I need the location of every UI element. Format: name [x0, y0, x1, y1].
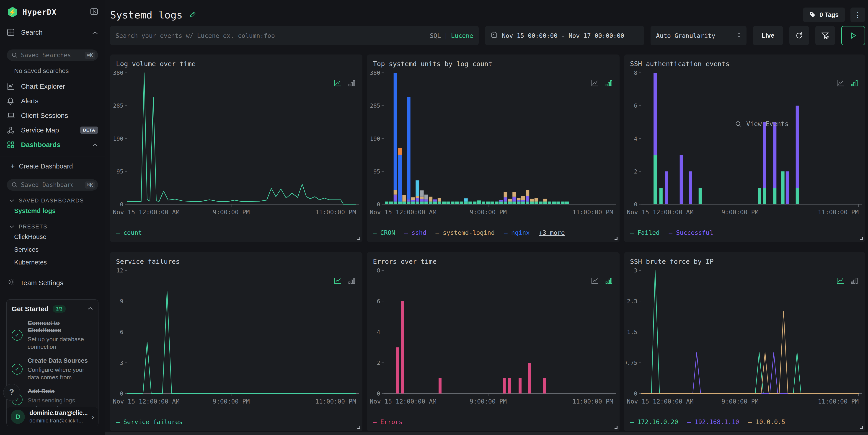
date-range-value: Nov 15 00:00:00 - Nov 17 00:00:00: [502, 32, 624, 39]
sql-toggle[interactable]: SQL: [430, 32, 441, 39]
presets-section[interactable]: PRESETS: [0, 223, 105, 230]
calendar-icon: [491, 31, 497, 40]
create-dashboard-button[interactable]: + Create Dashboard: [0, 159, 105, 174]
bar-chart-icon[interactable]: [850, 277, 858, 285]
sidebar-item-label: Alerts: [21, 97, 38, 105]
svg-text:Nov 15 12:00:00 AM: Nov 15 12:00:00 AM: [627, 398, 693, 405]
collapse-sidebar-icon[interactable]: [90, 8, 98, 16]
legend-item[interactable]: —Service failures: [116, 418, 183, 426]
legend-item[interactable]: —10.0.0.5: [748, 418, 785, 426]
sidebar-item-search[interactable]: Search: [0, 25, 105, 40]
chevron-up-icon[interactable]: [87, 307, 93, 311]
horizontal-scrollbar[interactable]: [105, 432, 868, 435]
chart-canvas[interactable]: 380285190950Nov 15 12:00:00 AM9:00:00 PM…: [113, 69, 360, 218]
svg-text:12: 12: [117, 267, 123, 274]
bar-chart-icon[interactable]: [605, 79, 613, 88]
view-events-button[interactable]: View Events: [735, 120, 788, 128]
search-icon: [11, 182, 18, 189]
legend-item[interactable]: —CRON: [373, 229, 395, 236]
legend-item[interactable]: —Failed: [630, 229, 660, 236]
sidebar-item-alerts[interactable]: Alerts: [0, 94, 105, 108]
saved-dashboards-section[interactable]: SAVED DASHBOARDS: [0, 197, 105, 204]
chevron-up-icon[interactable]: [92, 29, 98, 36]
svg-text:9:00:00 PM: 9:00:00 PM: [470, 209, 507, 216]
resize-handle[interactable]: [615, 426, 618, 429]
saved-dashboards-search[interactable]: ⌘K: [7, 179, 98, 191]
legend-item[interactable]: —Successful: [669, 229, 713, 236]
chart-canvas[interactable]: 129630Nov 15 12:00:00 AM9:00:00 PM11:00:…: [113, 267, 360, 408]
granularity-select[interactable]: Auto Granularity: [651, 26, 746, 45]
sidebar-item-team-settings[interactable]: Team Settings: [0, 278, 105, 287]
chart-canvas[interactable]: 380285190950Nov 15 12:00:00 AM9:00:00 PM…: [369, 69, 617, 218]
chart-canvas[interactable]: 32.31.50.750Nov 15 12:00:00 AM9:00:00 PM…: [626, 267, 862, 408]
resize-handle[interactable]: [860, 237, 863, 240]
chart-canvas[interactable]: 86420Nov 15 12:00:00 AM9:00:00 PM11:00:0…: [626, 69, 862, 218]
event-search-input[interactable]: [116, 32, 430, 39]
line-chart-icon[interactable]: [836, 79, 844, 88]
sidebar-item-label: Team Settings: [20, 279, 63, 287]
line-chart-icon[interactable]: [836, 277, 844, 285]
chart-canvas[interactable]: 86420Nov 15 12:00:00 AM9:00:00 PM11:00:0…: [369, 267, 617, 408]
sidebar-preset-clickhouse[interactable]: ClickHouse: [0, 231, 105, 243]
live-button[interactable]: Live: [753, 26, 783, 45]
line-chart-icon[interactable]: [591, 79, 599, 88]
bar-chart-icon[interactable]: [850, 79, 858, 88]
sidebar-item-service-map[interactable]: Service Map BETA: [0, 123, 105, 137]
legend-item[interactable]: —count: [116, 229, 142, 236]
legend-swatch: —: [687, 418, 691, 426]
svg-text:2.3: 2.3: [627, 298, 637, 305]
legend-item[interactable]: —Errors: [373, 418, 403, 426]
sidebar-item-dashboards[interactable]: Dashboards: [0, 137, 105, 152]
help-button[interactable]: ?: [3, 384, 20, 401]
resize-handle[interactable]: [358, 426, 361, 429]
user-email: dominic.tran@clickh...: [29, 417, 88, 424]
step-title: Add Data: [28, 388, 55, 395]
saved-searches-input[interactable]: [7, 52, 98, 59]
legend-item[interactable]: —nginx: [504, 229, 530, 236]
more-menu-button[interactable]: ⋮: [850, 7, 865, 22]
legend-item[interactable]: —192.168.1.10: [687, 418, 739, 426]
user-menu[interactable]: D dominic.tran@clic... dominic.tran@clic…: [6, 407, 98, 426]
sidebar-item-client-sessions[interactable]: Client Sessions: [0, 108, 105, 123]
chevron-up-icon[interactable]: [92, 141, 98, 149]
resize-handle[interactable]: [860, 426, 863, 429]
saved-dashboards-input[interactable]: [7, 182, 98, 188]
lucene-toggle[interactable]: Lucene: [451, 32, 473, 39]
legend-more-link[interactable]: +3 more: [539, 229, 565, 236]
refresh-button[interactable]: [789, 26, 809, 45]
brand-name: HyperDX: [22, 7, 57, 17]
saved-searches-search[interactable]: ⌘K: [7, 50, 98, 61]
run-query-button[interactable]: [841, 26, 865, 45]
get-started-step-sources[interactable]: ✓ Create Data Sources Configure where yo…: [11, 357, 93, 381]
svg-text:11:00:00 PM: 11:00:00 PM: [818, 398, 859, 405]
sidebar-item-chart-explorer[interactable]: Chart Explorer: [0, 79, 105, 94]
line-chart-icon[interactable]: [334, 79, 342, 88]
check-circle-icon: ✓: [11, 330, 23, 341]
get-started-step-connect[interactable]: ✓ Connect to ClickHouse Set up your data…: [11, 320, 93, 350]
legend-item[interactable]: —sshd: [404, 229, 426, 236]
legend-item[interactable]: —systemd-logind: [436, 229, 495, 236]
bar-chart-icon[interactable]: [605, 277, 613, 285]
legend-label: systemd-logind: [443, 229, 495, 236]
bar-chart-icon[interactable]: [348, 79, 355, 88]
chart-panel-ssh-auth: SSH authentication events View Events 86…: [624, 55, 865, 242]
date-range-picker[interactable]: Nov 15 00:00:00 - Nov 17 00:00:00: [485, 26, 644, 45]
create-dashboard-label: Create Dashboard: [19, 162, 73, 170]
tags-button[interactable]: 0 Tags: [803, 7, 845, 22]
get-started-title: Get Started: [11, 305, 49, 313]
svg-text:0: 0: [634, 390, 637, 397]
sidebar-preset-services[interactable]: Services: [0, 244, 105, 255]
bar-chart-icon[interactable]: [348, 277, 355, 285]
sidebar-preset-kubernetes[interactable]: Kubernetes: [0, 257, 105, 268]
resize-handle[interactable]: [358, 237, 361, 240]
line-chart-icon[interactable]: [334, 277, 342, 285]
resize-handle[interactable]: [615, 237, 618, 240]
legend-label: Failed: [637, 229, 660, 236]
line-chart-icon[interactable]: [591, 277, 599, 285]
edit-title-icon[interactable]: [189, 11, 196, 19]
filter-button[interactable]: [815, 26, 835, 45]
svg-text:11:00:00 PM: 11:00:00 PM: [818, 209, 859, 216]
legend-item[interactable]: —172.16.0.20: [630, 418, 678, 426]
chart-panel-log-volume: Log volume over time 380285190950Nov 15 …: [110, 55, 363, 242]
sidebar-dashboard-systemd-logs[interactable]: Systemd logs: [0, 205, 105, 217]
